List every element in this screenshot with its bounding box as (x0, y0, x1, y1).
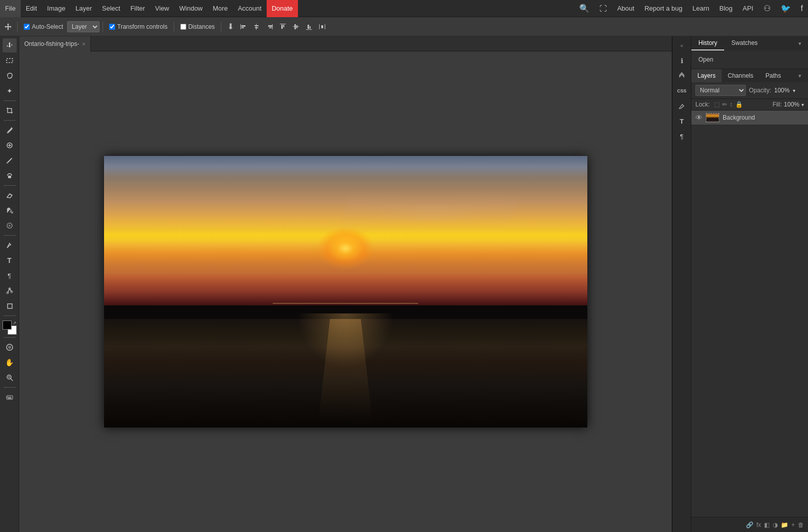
tab-channels[interactable]: Channels (722, 69, 760, 82)
tab-swatches[interactable]: Swatches (724, 36, 765, 50)
footer-add-layer-icon[interactable]: + (791, 521, 795, 528)
distribute-h-icon[interactable] (316, 21, 328, 33)
right-icon-collapse[interactable]: « (675, 38, 689, 52)
transform-controls-input[interactable] (109, 24, 115, 30)
tool-heal[interactable] (3, 138, 17, 152)
align-right-icon[interactable] (264, 21, 276, 33)
menu-image[interactable]: Image (42, 0, 70, 17)
facebook-icon[interactable]: f (796, 0, 808, 17)
tool-brush[interactable] (3, 153, 17, 168)
layers-panel-collapse[interactable]: ▾ (794, 70, 806, 82)
distances-input[interactable] (180, 24, 186, 30)
footer-effects-icon[interactable]: fx (756, 521, 761, 528)
distances-checkbox[interactable]: Distances (180, 23, 215, 30)
menu-filter[interactable]: Filter (125, 0, 150, 17)
tool-stamp[interactable] (3, 169, 17, 183)
tool-select-rect[interactable] (3, 54, 17, 68)
fill-dropdown-icon[interactable]: ▾ (801, 102, 804, 108)
foreground-color[interactable] (3, 321, 12, 330)
menu-select[interactable]: Select (97, 0, 125, 17)
history-item-open[interactable]: Open (695, 55, 804, 65)
layer-visibility-eye[interactable]: 👁 (695, 114, 702, 122)
tool-fill[interactable] (3, 203, 17, 218)
tab-history[interactable]: History (691, 36, 724, 50)
menu-report-bug[interactable]: Report a bug (639, 0, 687, 17)
menu-file[interactable]: File (0, 0, 21, 17)
tool-crop[interactable] (3, 103, 17, 118)
right-icon-para[interactable]: ¶ (675, 129, 689, 143)
align-middle-v-icon[interactable] (290, 21, 302, 33)
twitter-icon[interactable]: 🐦 (776, 0, 796, 17)
menu-learn[interactable]: Learn (687, 0, 714, 17)
reddit-icon[interactable]: ⚇ (759, 0, 776, 17)
menu-layer[interactable]: Layer (71, 0, 97, 17)
right-icon-info[interactable]: ℹ (675, 54, 689, 68)
tab-paths[interactable]: Paths (760, 69, 787, 82)
lock-pixels-icon[interactable]: ⬚ (714, 101, 720, 108)
menu-about[interactable]: About (612, 0, 639, 17)
opacity-value[interactable]: 100% (774, 87, 790, 94)
menu-window[interactable]: Window (174, 0, 208, 17)
tool-keyboard[interactable] (3, 390, 17, 404)
tool-lasso[interactable] (3, 69, 17, 83)
tool-blur[interactable] (3, 219, 17, 233)
right-icon-text[interactable]: T (675, 114, 689, 128)
right-icon-css[interactable]: CSS (675, 84, 689, 98)
history-panel-collapse[interactable]: ▾ (794, 37, 806, 49)
right-icon-layers-switch[interactable] (675, 69, 689, 83)
color-switch-icon[interactable]: ↗ (13, 321, 17, 326)
opacity-dropdown-icon[interactable]: ▾ (793, 88, 795, 93)
align-left-icon[interactable] (237, 21, 249, 33)
lock-position-icon[interactable]: ✏ (722, 101, 727, 108)
fill-value[interactable]: 100% (784, 101, 799, 108)
lock-artboard-icon[interactable]: ↕ (730, 101, 733, 108)
tool-shape[interactable] (3, 299, 17, 313)
menu-view[interactable]: View (150, 0, 174, 17)
menu-account[interactable]: Account (233, 0, 267, 17)
toolbar-move-icon[interactable] (2, 21, 14, 33)
tool-mask[interactable] (3, 340, 17, 354)
footer-adjustment-icon[interactable]: ◑ (773, 521, 778, 528)
tool-move[interactable] (3, 38, 17, 52)
menu-donate[interactable]: Donate (267, 0, 298, 17)
auto-select-checkbox[interactable]: Auto-Select (24, 23, 63, 30)
menu-more[interactable]: More (208, 0, 233, 17)
toolbar: Auto-Select Layer Group Transform contro… (0, 17, 808, 36)
canvas-tab[interactable]: Ontario-fishing-trips- × (19, 36, 91, 51)
align-download-icon[interactable]: ⬇ (224, 21, 236, 33)
tool-pen[interactable] (3, 238, 17, 252)
fill-controls: Fill: 100% ▾ (773, 101, 804, 108)
footer-mask-icon[interactable]: ◧ (764, 521, 770, 528)
layer-row-background[interactable]: 👁 Background (691, 111, 808, 125)
tool-sep-2 (4, 120, 16, 121)
tab-layers[interactable]: Layers (691, 69, 722, 82)
transform-controls-checkbox[interactable]: Transform controls (109, 23, 168, 30)
align-center-h-icon[interactable] (250, 21, 263, 33)
blend-mode-select[interactable]: Normal Multiply Screen Overlay (695, 85, 746, 96)
tool-eyedrop[interactable] (3, 123, 17, 137)
tab-close-icon[interactable]: × (82, 41, 85, 47)
tool-erase[interactable] (3, 188, 17, 202)
tool-path-select[interactable] (3, 284, 17, 298)
auto-select-input[interactable] (24, 24, 30, 30)
align-bottom-icon[interactable] (303, 21, 315, 33)
tool-hand[interactable]: ✋ (3, 355, 17, 369)
tool-paragraph[interactable]: ¶ (3, 269, 17, 283)
lock-all-icon[interactable]: 🔒 (735, 101, 743, 108)
tool-magic-select[interactable]: ✦ (3, 84, 17, 98)
menu-api[interactable]: API (738, 0, 759, 17)
align-top-icon[interactable] (277, 21, 289, 33)
menu-blog[interactable]: Blog (715, 0, 738, 17)
tool-zoom[interactable] (3, 370, 17, 385)
right-icon-brush[interactable] (675, 99, 689, 113)
layer-select[interactable]: Layer Group (67, 21, 99, 32)
search-icon[interactable]: 🔍 (574, 0, 594, 17)
canvas-image[interactable] (104, 156, 587, 428)
footer-folder-icon[interactable]: 📁 (781, 521, 788, 528)
tool-type[interactable]: T (3, 253, 17, 268)
footer-delete-layer-icon[interactable]: 🗑 (798, 521, 804, 528)
menu-edit[interactable]: Edit (21, 0, 42, 17)
footer-link-icon[interactable]: 🔗 (746, 521, 753, 528)
color-swatches[interactable]: ↗ (3, 321, 17, 335)
fullscreen-icon[interactable]: ⛶ (594, 0, 612, 17)
